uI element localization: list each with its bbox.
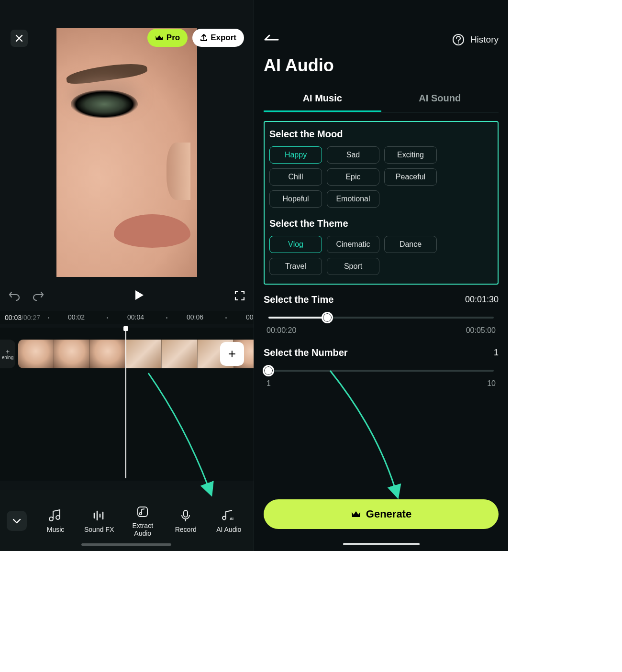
tab-ai-sound[interactable]: AI Sound bbox=[381, 86, 499, 112]
clip-thumb[interactable] bbox=[162, 340, 198, 368]
theme-chip-vlog[interactable]: Vlog bbox=[269, 236, 322, 253]
tool-record[interactable]: Record bbox=[171, 508, 200, 533]
mood-chip-peaceful[interactable]: Peaceful bbox=[384, 168, 437, 186]
clip-thumb[interactable] bbox=[18, 340, 54, 368]
clip-thumb[interactable] bbox=[90, 340, 126, 368]
number-slider[interactable] bbox=[264, 361, 499, 380]
tick-label: 00 bbox=[246, 313, 254, 321]
opening-chip[interactable]: + ening bbox=[0, 340, 15, 368]
time-value: 00:01:30 bbox=[465, 295, 499, 305]
theme-chip-travel[interactable]: Travel bbox=[269, 258, 322, 275]
mood-label: Select the Mood bbox=[269, 129, 493, 140]
mood-chip-epic[interactable]: Epic bbox=[327, 168, 379, 186]
undo-icon bbox=[9, 290, 21, 301]
ai-audio-panel: History AI Audio AI Music AI Sound Selec… bbox=[254, 0, 508, 551]
theme-chip-sport[interactable]: Sport bbox=[327, 258, 379, 275]
equalizer-icon bbox=[92, 508, 106, 523]
mood-chip-sad[interactable]: Sad bbox=[327, 146, 379, 164]
svg-text:AI: AI bbox=[230, 517, 233, 521]
fullscreen-icon bbox=[234, 290, 245, 301]
timecode-bar[interactable]: 00:03/00:27 00:02 00:04 00:06 00 bbox=[0, 311, 254, 324]
mood-chip-chill[interactable]: Chill bbox=[269, 168, 322, 186]
close-button[interactable] bbox=[11, 30, 28, 47]
page-title: AI Audio bbox=[264, 55, 499, 76]
editor-pane: Pro Export 00:03/00:27 00:02 00:04 bbox=[0, 0, 254, 551]
back-button[interactable] bbox=[264, 34, 280, 45]
fullscreen-button[interactable] bbox=[234, 290, 245, 303]
number-section: Select the Number 1 1 10 bbox=[264, 347, 499, 388]
tool-label: AI Audio bbox=[216, 526, 241, 533]
time-label: Select the Time bbox=[264, 294, 333, 305]
export-label: Export bbox=[211, 33, 236, 43]
theme-chip-cinematic[interactable]: Cinematic bbox=[327, 236, 379, 253]
upload-icon bbox=[200, 34, 208, 42]
tool-label: Music bbox=[47, 526, 65, 533]
clip-strip[interactable] bbox=[18, 340, 254, 368]
generate-label: Generate bbox=[366, 508, 411, 520]
crown-icon bbox=[351, 510, 361, 518]
home-indicator bbox=[81, 543, 171, 546]
mood-chip-hopeful[interactable]: Hopeful bbox=[269, 190, 322, 208]
time-min: 00:00:20 bbox=[267, 326, 296, 335]
highlighted-options: Select the Mood HappySadExcitingChillEpi… bbox=[264, 121, 499, 285]
clip-thumb[interactable] bbox=[126, 340, 162, 368]
opening-label: ening bbox=[2, 355, 13, 360]
theme-chips: VlogCinematicDanceTravelSport bbox=[269, 236, 493, 275]
tool-extract-audio[interactable]: Extract Audio bbox=[128, 505, 157, 537]
play-icon bbox=[134, 289, 144, 301]
theme-chip-dance[interactable]: Dance bbox=[384, 236, 437, 253]
mood-chip-exciting[interactable]: Exciting bbox=[384, 146, 437, 164]
music-icon bbox=[48, 508, 63, 523]
playhead[interactable] bbox=[125, 328, 126, 478]
playback-controls bbox=[0, 285, 254, 308]
clip-thumb[interactable] bbox=[54, 340, 90, 368]
timeline[interactable]: + ening + bbox=[0, 328, 254, 481]
plus-icon: + bbox=[228, 346, 236, 362]
number-value: 1 bbox=[494, 348, 499, 358]
tabs: AI Music AI Sound bbox=[264, 86, 499, 112]
time-max: 00:05:00 bbox=[466, 326, 496, 335]
number-label: Select the Number bbox=[264, 347, 348, 358]
tool-label: Extract Audio bbox=[132, 522, 153, 537]
history-button[interactable]: History bbox=[452, 33, 499, 46]
ai-audio-icon: AI bbox=[222, 508, 236, 523]
svg-rect-1 bbox=[184, 510, 188, 517]
chevron-down-icon bbox=[12, 518, 21, 524]
help-icon bbox=[452, 33, 465, 46]
microphone-icon bbox=[178, 508, 193, 523]
play-button[interactable] bbox=[134, 289, 144, 304]
crown-icon bbox=[155, 34, 164, 41]
close-icon bbox=[15, 34, 23, 42]
mood-chips: HappySadExcitingChillEpicPeacefulHopeful… bbox=[269, 146, 493, 208]
tick-label: 00:06 bbox=[187, 313, 203, 321]
audio-toolbar: Music Sound FX Extract Audio Record AI A… bbox=[0, 490, 254, 551]
collapse-button[interactable] bbox=[7, 511, 27, 531]
tool-label: Record bbox=[175, 526, 197, 533]
extract-audio-icon bbox=[135, 505, 150, 519]
tab-ai-music[interactable]: AI Music bbox=[264, 86, 381, 112]
time-section: Select the Time 00:01:30 00:00:20 00:05:… bbox=[264, 294, 499, 335]
back-arrow-icon bbox=[264, 34, 280, 44]
tool-ai-audio[interactable]: AI AI Audio bbox=[214, 508, 243, 533]
history-label: History bbox=[470, 34, 499, 45]
pro-button[interactable]: Pro bbox=[147, 29, 188, 47]
home-indicator bbox=[343, 543, 420, 545]
mood-chip-happy[interactable]: Happy bbox=[269, 146, 322, 164]
theme-label: Select the Theme bbox=[269, 218, 493, 229]
generate-button[interactable]: Generate bbox=[264, 499, 499, 529]
add-clip-button[interactable]: + bbox=[220, 342, 244, 366]
undo-button[interactable] bbox=[9, 290, 21, 303]
export-button[interactable]: Export bbox=[192, 29, 244, 47]
tool-label: Sound FX bbox=[84, 526, 114, 533]
mood-chip-emotional[interactable]: Emotional bbox=[327, 190, 379, 208]
tick-label: 00:02 bbox=[68, 313, 85, 321]
number-max: 10 bbox=[487, 379, 496, 388]
ruler: 00:02 00:04 00:06 00 bbox=[0, 311, 254, 324]
tick-label: 00:04 bbox=[127, 313, 144, 321]
redo-button[interactable] bbox=[32, 290, 44, 303]
tool-soundfx[interactable]: Sound FX bbox=[84, 508, 114, 533]
video-preview[interactable] bbox=[56, 28, 197, 277]
tool-music[interactable]: Music bbox=[41, 508, 70, 533]
time-slider[interactable] bbox=[264, 308, 499, 327]
number-min: 1 bbox=[267, 379, 271, 388]
